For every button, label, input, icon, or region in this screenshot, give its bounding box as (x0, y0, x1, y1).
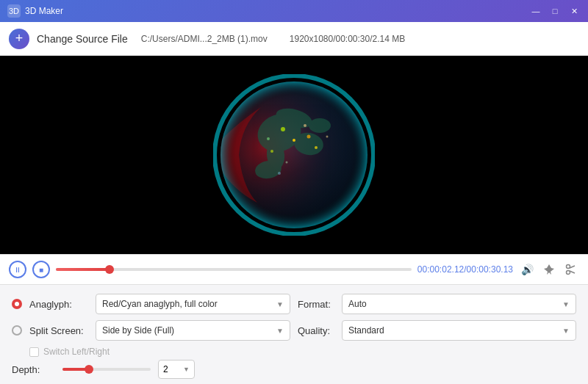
split-screen-row: Split Screen: Side by Side (Full) ▼ Qual… (12, 320, 576, 341)
quality-dropdown-arrow: ▼ (562, 327, 570, 335)
stop-button[interactable]: ■ (32, 261, 50, 278)
change-source-label: Change Source File (37, 33, 128, 45)
close-button[interactable]: ✕ (567, 4, 581, 18)
switch-label: Switch Left/Right (43, 347, 110, 357)
svg-text:3D: 3D (9, 7, 19, 15)
format-value: Auto (348, 299, 367, 309)
quality-value: Standard (348, 325, 384, 336)
settings-panel: Anaglyph: Red/Cyan anaglyph, full color … (0, 285, 588, 384)
file-info: 1920x1080/00:00:30/2.14 MB (290, 34, 405, 44)
svg-point-23 (567, 265, 570, 269)
pin-button[interactable] (541, 261, 557, 278)
switch-checkbox-area: Switch Left/Right (12, 347, 110, 357)
svg-point-22 (220, 81, 368, 228)
minimize-button[interactable]: — (529, 4, 542, 18)
globe-visual (213, 74, 375, 236)
depth-value-dropdown[interactable]: 2 ▼ (158, 360, 195, 379)
split-screen-radio[interactable] (12, 325, 22, 336)
app-icon: 3D (7, 4, 21, 18)
split-screen-dropdown[interactable]: Side by Side (Full) ▼ (96, 320, 290, 341)
split-dropdown-arrow: ▼ (276, 327, 284, 335)
pause-icon: ⏸ (14, 266, 21, 274)
anaglyph-label: Anaglyph: (29, 299, 88, 310)
pause-button[interactable]: ⏸ (9, 261, 26, 278)
anaglyph-value: Red/Cyan anaglyph, full color (102, 299, 218, 309)
video-preview (0, 56, 588, 254)
split-screen-section: Split Screen: Side by Side (Full) ▼ (12, 320, 290, 341)
anaglyph-row: Anaglyph: Red/Cyan anaglyph, full color … (12, 294, 576, 314)
window-controls: — □ ✕ (529, 4, 581, 18)
depth-label: Depth: (12, 364, 52, 375)
split-screen-label: Split Screen: (29, 325, 88, 336)
time-display: 00:00:02.12/00:00:30.13 (417, 264, 513, 275)
format-section: Format: Auto ▼ (298, 294, 576, 314)
progress-fill (56, 268, 110, 271)
progress-thumb[interactable] (105, 265, 114, 274)
switch-depth-row: Switch Left/Right (12, 347, 576, 357)
volume-button[interactable]: 🔊 (519, 261, 535, 278)
split-screen-value: Side by Side (Full) (102, 325, 174, 336)
quality-dropdown[interactable]: Standard ▼ (342, 320, 576, 341)
toolbar: + Change Source File C:/Users/ADMI...2_2… (0, 22, 588, 56)
anaglyph-dropdown-arrow: ▼ (276, 300, 284, 308)
switch-checkbox[interactable] (29, 347, 39, 357)
window-title: 3D Maker (25, 6, 529, 16)
progress-bar[interactable] (56, 268, 412, 271)
stop-icon: ■ (39, 266, 43, 274)
scissors-button[interactable] (563, 261, 579, 278)
pin-icon (543, 264, 555, 275)
file-path: C:/Users/ADMI...2_2MB (1).mov (141, 34, 268, 44)
playback-controls: ⏸ ■ 00:00:02.12/00:00:30.13 🔊 (0, 254, 588, 285)
anaglyph-dropdown[interactable]: Red/Cyan anaglyph, full color ▼ (96, 294, 290, 314)
depth-row: Depth: 2 ▼ (12, 360, 576, 379)
maximize-button[interactable]: □ (548, 4, 562, 18)
scissors-icon (565, 264, 577, 275)
title-bar: 3D 3D Maker — □ ✕ (0, 0, 588, 22)
anaglyph-radio[interactable] (12, 299, 22, 309)
format-label: Format: (298, 299, 334, 310)
svg-point-24 (567, 271, 570, 275)
quality-section: Quality: Standard ▼ (298, 320, 576, 341)
volume-icon: 🔊 (521, 264, 534, 275)
depth-thumb[interactable] (85, 365, 93, 374)
quality-label: Quality: (298, 325, 334, 336)
depth-slider[interactable] (62, 368, 151, 371)
anaglyph-section: Anaglyph: Red/Cyan anaglyph, full color … (12, 294, 290, 314)
add-source-button[interactable]: + (9, 29, 29, 49)
format-dropdown[interactable]: Auto ▼ (342, 294, 576, 314)
format-dropdown-arrow: ▼ (562, 300, 570, 308)
